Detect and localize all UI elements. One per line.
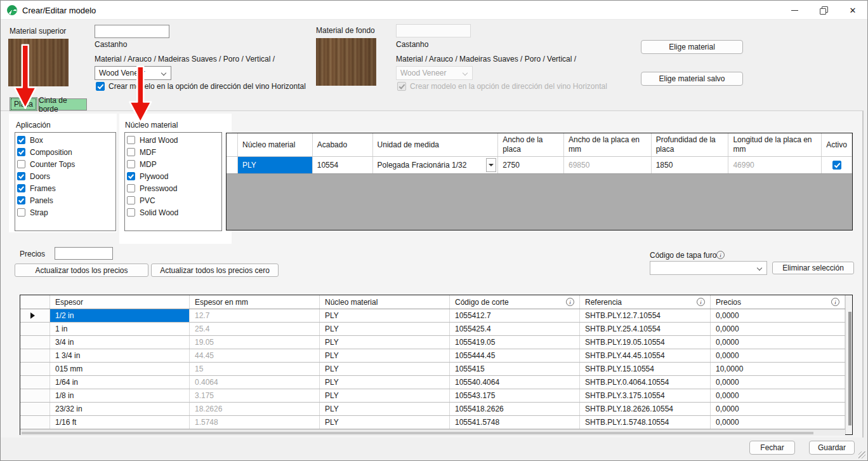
cell-codigo[interactable]: 105540.4064 xyxy=(450,376,580,389)
col-acabado[interactable]: Acabado xyxy=(313,133,373,156)
cell-precio[interactable]: 0,0000 xyxy=(711,403,845,415)
cell-codigo[interactable]: 1055412.7 xyxy=(450,309,580,322)
cell-activo[interactable] xyxy=(822,157,852,173)
aplicacion-item[interactable]: Composition xyxy=(15,146,115,158)
material-superior-veneer-select[interactable]: Wood Veneer xyxy=(95,66,171,80)
nucleo-item[interactable]: Solid Wood xyxy=(125,206,221,218)
cell-espesor-mm[interactable]: 15 xyxy=(190,363,320,375)
col-ancho-placa[interactable]: Ancho de la placa xyxy=(498,133,564,156)
cell-codigo[interactable]: 1055419.05 xyxy=(450,336,580,349)
cell-referencia[interactable]: SHTB.PLY.3.175.10554 xyxy=(580,389,711,402)
checkbox[interactable] xyxy=(17,136,25,144)
nucleo-item[interactable]: Presswood xyxy=(125,182,221,194)
cell-espesor[interactable]: 1/2 in xyxy=(50,309,190,322)
material-superior-preview[interactable] xyxy=(8,39,69,86)
cell-precio[interactable]: 10,0000 xyxy=(711,363,845,375)
tab-cinta-de-borde[interactable]: Cinta de borde xyxy=(38,98,87,110)
aplicacion-item[interactable]: Box xyxy=(15,134,115,146)
col-nucleo-material[interactable]: Núcleo material xyxy=(238,133,313,156)
material-fondo-preview[interactable] xyxy=(316,38,376,86)
cell-profundidad[interactable]: 1850 xyxy=(652,157,729,173)
info-icon[interactable]: i xyxy=(697,298,705,306)
cell-nucleo[interactable]: PLY xyxy=(320,336,450,349)
cell-espesor[interactable]: 1/16 ft xyxy=(50,416,190,429)
save-button[interactable]: Guardar xyxy=(809,441,855,455)
row-selector-cell[interactable] xyxy=(20,403,50,415)
checkbox[interactable] xyxy=(17,160,25,168)
tab-placa[interactable]: Placa xyxy=(10,97,37,111)
cell-codigo[interactable]: 1055415 xyxy=(450,363,580,375)
nucleo-item[interactable]: Plywood xyxy=(125,170,221,182)
info-icon[interactable]: i xyxy=(566,298,574,306)
cell-longitud-mm[interactable]: 46990 xyxy=(728,157,822,173)
cell-espesor-mm[interactable]: 18.2626 xyxy=(190,403,320,415)
cell-codigo[interactable]: 1055425.4 xyxy=(450,323,580,335)
table-row[interactable]: 3/4 in 19.05 PLY 1055419.05 SHTB.PLY.19.… xyxy=(20,336,845,349)
cell-espesor-mm[interactable]: 0.4064 xyxy=(190,376,320,389)
row-selector-cell[interactable] xyxy=(20,389,50,402)
sheet-grid-row[interactable]: PLY 10554 Polegada Fracionária 1/32 2750… xyxy=(227,157,852,174)
cell-codigo[interactable]: 105543.175 xyxy=(450,389,580,402)
scrollbar-thumb[interactable] xyxy=(22,432,813,434)
cell-precio[interactable]: 0,0000 xyxy=(711,376,845,389)
cell-nucleo[interactable]: PLY xyxy=(320,349,450,362)
cell-espesor[interactable]: 1 3/4 in xyxy=(50,349,190,362)
cell-referencia[interactable]: SHTB.PLY.19.05.10554 xyxy=(580,336,711,349)
cell-precio[interactable]: 0,0000 xyxy=(711,349,845,362)
col-profundidad-placa[interactable]: Profundidad de la placa xyxy=(652,133,729,156)
row-selector-cell[interactable] xyxy=(20,336,50,349)
cell-espesor-mm[interactable]: 3.175 xyxy=(190,389,320,402)
col-activo[interactable]: Activo xyxy=(822,133,852,156)
cell-espesor[interactable]: 1/64 in xyxy=(50,376,190,389)
checkbox[interactable] xyxy=(17,148,25,156)
close-dialog-button[interactable]: Fechar xyxy=(749,441,795,455)
cell-nucleo[interactable]: PLY xyxy=(320,323,450,335)
tapa-furo-select[interactable] xyxy=(650,261,767,275)
col-unidad-medida[interactable]: Unidad de medida xyxy=(373,133,499,156)
aplicacion-item[interactable]: Frames xyxy=(15,182,115,194)
cell-nucleo[interactable]: PLY xyxy=(320,376,450,389)
direction-checkbox-row[interactable]: Crear modelo en la opción de dirección d… xyxy=(96,82,306,91)
cell-espesor-mm[interactable]: 12.7 xyxy=(190,309,320,322)
cell-espesor[interactable]: 23/32 in xyxy=(50,403,190,415)
aplicacion-item[interactable]: Panels xyxy=(15,194,115,206)
cell-nucleo[interactable]: PLY xyxy=(238,157,313,173)
cell-codigo[interactable]: 1055418.2626 xyxy=(450,403,580,415)
scrollbar-thumb[interactable] xyxy=(848,312,852,425)
checkbox[interactable] xyxy=(127,184,135,192)
activo-checkbox[interactable] xyxy=(832,161,841,170)
col-espesor[interactable]: Espesor xyxy=(50,295,190,309)
table-row[interactable]: 015 mm 15 PLY 1055415 SHTB.PLY.15.10554 … xyxy=(20,363,845,376)
cell-referencia[interactable]: SHTB.PLY.1.5748.10554 xyxy=(580,416,711,429)
cell-unidad[interactable]: Polegada Fracionária 1/32 xyxy=(373,157,499,173)
col-referencia[interactable]: Referenciai xyxy=(580,295,711,309)
cell-nucleo[interactable]: PLY xyxy=(320,309,450,322)
delete-selection-button[interactable]: Eliminar selección xyxy=(772,262,854,274)
cell-acabado[interactable]: 10554 xyxy=(313,157,373,173)
aplicacion-item[interactable]: Strap xyxy=(15,206,115,218)
cell-espesor[interactable]: 1/8 in xyxy=(50,389,190,402)
row-selector-cell[interactable] xyxy=(20,363,50,375)
checkbox[interactable] xyxy=(127,196,135,204)
checkbox[interactable] xyxy=(17,172,25,180)
cell-referencia[interactable]: SHTB.PLY.12.7.10554 xyxy=(580,309,711,322)
cell-nucleo[interactable]: PLY xyxy=(320,363,450,375)
resize-grip[interactable] xyxy=(858,451,865,458)
info-icon[interactable]: i xyxy=(831,298,839,306)
cell-referencia[interactable]: SHTB.PLY.25.4.10554 xyxy=(580,323,711,335)
col-nucleo-material[interactable]: Núcleo material xyxy=(320,295,450,309)
col-precios[interactable]: Preciosi xyxy=(711,295,845,309)
table-row[interactable]: 1/16 ft 1.5748 PLY 105541.5748 SHTB.PLY.… xyxy=(20,416,845,429)
cell-precio[interactable]: 0,0000 xyxy=(711,309,845,322)
col-ancho-placa-mm[interactable]: Ancho de la placa en mm xyxy=(564,133,652,156)
nucleo-item[interactable]: Hard Wood xyxy=(125,134,221,146)
col-codigo-corte[interactable]: Código de cortei xyxy=(450,295,580,309)
checkbox[interactable] xyxy=(17,208,25,217)
cell-espesor[interactable]: 015 mm xyxy=(50,363,190,375)
col-longitud-placa-mm[interactable]: Longitud de la placa en mm xyxy=(728,133,822,156)
cell-precio[interactable]: 0,0000 xyxy=(711,416,845,429)
cell-nucleo[interactable]: PLY xyxy=(320,389,450,402)
checkbox[interactable] xyxy=(127,136,135,144)
cell-espesor-mm[interactable]: 25.4 xyxy=(190,323,320,335)
row-selector-cell[interactable] xyxy=(20,323,50,335)
